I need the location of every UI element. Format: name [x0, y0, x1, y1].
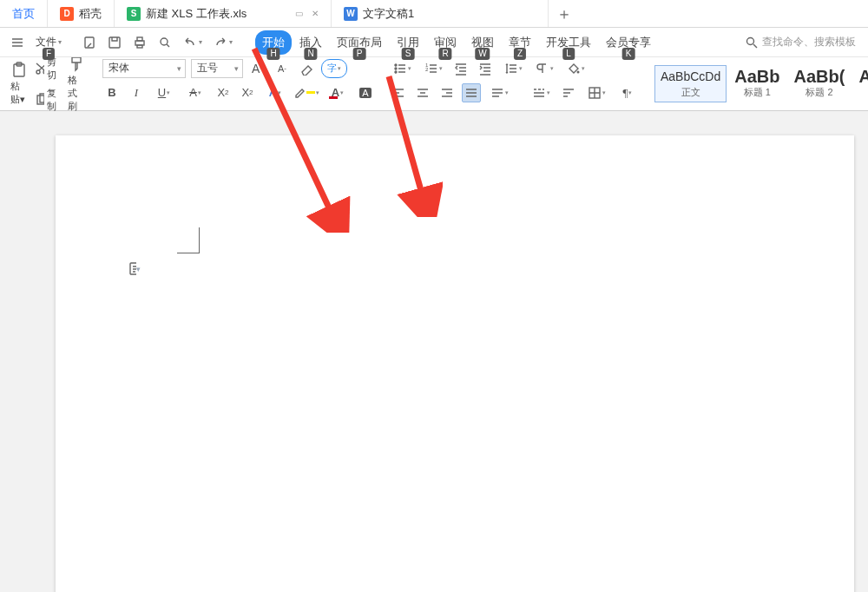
textdirection-button[interactable]: ▾ [531, 59, 557, 78]
align-distribute-button[interactable]: ▾ [486, 83, 512, 102]
menu-tab-start[interactable]: 开始 H [255, 30, 292, 55]
borders-button[interactable]: ▾ [583, 83, 609, 102]
svg-point-15 [395, 71, 397, 73]
tab-home[interactable]: 首页 [0, 0, 48, 27]
highlight-icon [293, 86, 306, 100]
svg-point-9 [36, 70, 40, 74]
outdent-icon [454, 62, 468, 76]
align-right-button[interactable] [437, 83, 457, 102]
copy-button[interactable]: 复制 [33, 85, 62, 115]
menu-key-hint: K [622, 48, 635, 60]
menu-tab-insert[interactable]: 插入 N [293, 30, 329, 55]
format-painter-label: 格式刷 [68, 74, 85, 113]
style-heading2[interactable]: AaBb( 标题 2 [788, 65, 852, 102]
tab-close-icon[interactable]: ✕ [312, 9, 319, 18]
page-outline-icon[interactable]: ▾ [128, 262, 141, 276]
hamburger-icon [10, 36, 24, 49]
font-size-value: 五号 [197, 61, 218, 76]
numbering-button[interactable]: 12▾ [420, 59, 446, 78]
grow-font-button[interactable]: A+ [248, 59, 267, 78]
font-name-select[interactable]: 宋体 [102, 59, 186, 78]
indent-icon [478, 62, 492, 76]
tab-xls[interactable]: S 新建 XLS 工作表.xls ▭ ✕ [115, 0, 332, 27]
style-heading3[interactable]: AaBbC 标题 3 [852, 65, 868, 102]
increase-indent-button[interactable] [476, 59, 495, 78]
search-icon [745, 36, 759, 49]
font-group: 宋体 五号 A+ A- 字▾ B I U▾ A▾ X2 X2 A▾ ▾ A▾ A [99, 59, 378, 109]
font-color-button[interactable]: A▾ [325, 83, 351, 102]
menu-tab-vip[interactable]: 会员专享 K [599, 30, 658, 55]
command-search[interactable]: 查找命令、搜索模板 [738, 35, 863, 49]
style-normal[interactable]: AaBbCcDd 正文 [654, 65, 727, 102]
app-menu-button[interactable] [5, 30, 30, 55]
highlight-button[interactable]: ▾ [293, 83, 319, 102]
clear-format-button[interactable] [297, 59, 316, 78]
bold-button[interactable]: B [102, 83, 122, 102]
page[interactable]: ▾ [56, 135, 854, 592]
style-preview: AaBb( [794, 69, 845, 84]
paste-button[interactable]: 粘贴▾ [7, 60, 31, 108]
shrink-font-button[interactable]: A- [273, 59, 292, 78]
style-label: 标题 3 [858, 86, 868, 99]
document-tabbar: 首页 D 稻壳 S 新建 XLS 工作表.xls ▭ ✕ W 文字文稿1 ＋ [0, 0, 868, 28]
menu-key-hint: S [402, 48, 415, 60]
qat-undo-button[interactable]: ▾ [178, 30, 207, 55]
menu-key-hint: H [266, 48, 279, 60]
sort-button[interactable] [559, 83, 578, 102]
svg-point-6 [747, 37, 754, 44]
tab-doc-active[interactable]: W 文字文稿1 [332, 0, 549, 27]
menu-tab-developer[interactable]: 开发工具 L [539, 30, 598, 55]
tabs-icon [532, 86, 546, 100]
tab-shell[interactable]: D 稻壳 [48, 0, 115, 27]
text-effects-button[interactable]: A▾ [262, 83, 288, 102]
svg-rect-0 [85, 37, 94, 48]
align-center-icon [416, 86, 430, 100]
bullets-button[interactable]: ▾ [389, 59, 415, 78]
phonetic-guide-button[interactable]: 字▾ [321, 59, 347, 78]
copy-icon [35, 93, 44, 107]
menu-tab-pagelayout[interactable]: 页面布局 P [330, 30, 389, 55]
svg-rect-3 [137, 37, 142, 41]
qat-redo-button[interactable]: ▾ [208, 30, 238, 55]
showmarks-button[interactable]: ¶▾ [615, 83, 641, 102]
menu-tab-references[interactable]: 引用 S [390, 30, 426, 55]
align-justify-button[interactable] [462, 83, 481, 102]
subscript-button[interactable]: X2 [238, 83, 257, 102]
underline-button[interactable]: U▾ [151, 83, 177, 102]
style-preview: AaBb [734, 69, 779, 84]
menu-tab-view[interactable]: 视图 W [464, 30, 501, 55]
doc-icon: W [344, 7, 358, 21]
copy-label: 复制 [47, 87, 61, 113]
sort-icon [562, 86, 575, 100]
style-preview: AaBbCcDd [661, 69, 720, 84]
qat-preview-button[interactable] [153, 30, 177, 55]
tab-minimize-icon[interactable]: ▭ [295, 9, 303, 18]
italic-button[interactable]: I [127, 83, 146, 102]
format-painter-button[interactable]: 格式刷 [64, 54, 89, 115]
svg-point-5 [161, 38, 168, 45]
char-shading-button[interactable]: A [356, 83, 375, 102]
decrease-indent-button[interactable] [451, 59, 470, 78]
menu-key-hint: N [304, 48, 317, 60]
qat-save-button[interactable] [102, 30, 127, 55]
align-center-button[interactable] [413, 83, 432, 102]
menu-tab-sections[interactable]: 章节 Z [502, 30, 538, 55]
qat-new-button[interactable] [77, 30, 102, 55]
style-heading1[interactable]: AaBb 标题 1 [728, 65, 786, 102]
qat-print-button[interactable] [128, 30, 152, 55]
menu-tab-review[interactable]: 审阅 R [427, 30, 464, 55]
linespacing-button[interactable]: ▾ [500, 59, 526, 78]
tabs-button[interactable]: ▾ [528, 83, 554, 102]
plus-icon: ＋ [556, 3, 572, 24]
file-menu-button[interactable]: 文件▾ F [30, 30, 67, 55]
superscript-button[interactable]: X2 [214, 83, 233, 102]
new-doc-icon [82, 36, 96, 49]
scissors-icon [35, 62, 44, 76]
font-size-select[interactable]: 五号 [191, 59, 243, 78]
eraser-icon [299, 62, 313, 76]
align-left-button[interactable] [389, 83, 408, 102]
shading-button[interactable]: ▾ [562, 59, 589, 78]
svg-point-10 [43, 70, 44, 74]
strikethrough-button[interactable]: A▾ [182, 83, 208, 102]
add-tab-button[interactable]: ＋ [549, 0, 580, 27]
